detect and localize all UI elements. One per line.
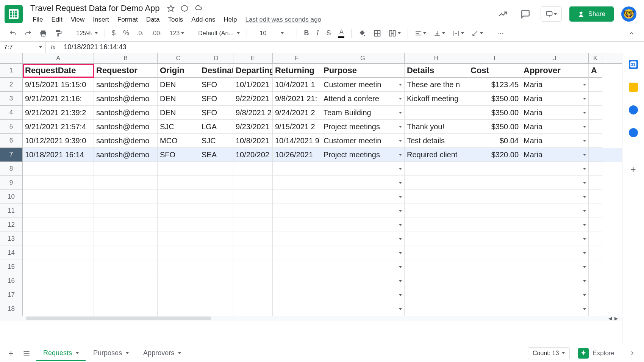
- cell[interactable]: Project meetings: [321, 120, 405, 134]
- formula-input[interactable]: 10/18/2021 16:14:43: [61, 43, 644, 51]
- h-align-icon[interactable]: [412, 28, 429, 39]
- cell[interactable]: [321, 204, 405, 218]
- currency-icon[interactable]: $: [109, 27, 119, 39]
- chevron-down-icon[interactable]: [399, 140, 402, 142]
- cell[interactable]: [199, 274, 233, 288]
- cell[interactable]: SJC: [199, 134, 233, 148]
- cell[interactable]: [405, 162, 468, 176]
- chevron-down-icon[interactable]: [399, 196, 402, 198]
- side-panel-toggle-icon[interactable]: [626, 347, 639, 360]
- move-icon[interactable]: [180, 4, 189, 13]
- cell[interactable]: [273, 218, 321, 232]
- cell[interactable]: [158, 274, 199, 288]
- italic-icon[interactable]: I: [313, 27, 322, 39]
- cell[interactable]: [199, 260, 233, 274]
- merge-cells-icon[interactable]: [386, 27, 404, 39]
- activity-icon[interactable]: [495, 6, 510, 22]
- cell[interactable]: [321, 288, 405, 302]
- chevron-down-icon[interactable]: [583, 266, 586, 268]
- cell[interactable]: [521, 288, 589, 302]
- chevron-down-icon[interactable]: [399, 168, 402, 170]
- cell[interactable]: Departing: [233, 64, 273, 78]
- cell[interactable]: [321, 162, 405, 176]
- wrap-icon[interactable]: [450, 28, 467, 39]
- cell[interactable]: 10/1/2021: [233, 78, 273, 92]
- font-size-select[interactable]: 10: [251, 30, 293, 37]
- cell[interactable]: [468, 218, 521, 232]
- cell[interactable]: 10/20/202: [233, 148, 273, 162]
- chevron-down-icon[interactable]: [126, 352, 129, 354]
- col-header-I[interactable]: I: [468, 53, 521, 63]
- cell[interactable]: [521, 260, 589, 274]
- cell[interactable]: [468, 260, 521, 274]
- cell[interactable]: [521, 176, 589, 190]
- chevron-down-icon[interactable]: [583, 98, 586, 100]
- cell[interactable]: [199, 176, 233, 190]
- decimal-increase-icon[interactable]: .00↑: [148, 28, 165, 39]
- cell[interactable]: santosh@demo: [94, 106, 158, 120]
- cell[interactable]: [233, 162, 273, 176]
- row-header[interactable]: 8: [0, 162, 23, 176]
- cell[interactable]: [23, 232, 94, 246]
- cell[interactable]: DEN: [158, 92, 199, 106]
- cell[interactable]: [158, 162, 199, 176]
- cell[interactable]: [321, 246, 405, 260]
- cell[interactable]: [199, 302, 233, 316]
- borders-icon[interactable]: [370, 27, 384, 39]
- strikethrough-icon[interactable]: S: [323, 27, 334, 39]
- cloud-icon[interactable]: [194, 4, 202, 13]
- chevron-down-icon[interactable]: [583, 252, 586, 254]
- cell[interactable]: [468, 190, 521, 204]
- row-header[interactable]: 7: [0, 148, 23, 162]
- chevron-down-icon[interactable]: [178, 352, 181, 354]
- chevron-down-icon[interactable]: [399, 154, 402, 156]
- row-header[interactable]: 11: [0, 204, 23, 218]
- cell[interactable]: [23, 288, 94, 302]
- cell[interactable]: [94, 274, 158, 288]
- cell[interactable]: [233, 302, 273, 316]
- chevron-down-icon[interactable]: [583, 280, 586, 282]
- v-align-icon[interactable]: [431, 28, 448, 39]
- cell[interactable]: 10/4/2021 1: [273, 78, 321, 92]
- cell[interactable]: [233, 288, 273, 302]
- sheet-tab-requests[interactable]: Requests: [36, 345, 86, 361]
- cell[interactable]: [199, 246, 233, 260]
- keep-addon-icon[interactable]: [629, 83, 638, 92]
- cell[interactable]: [94, 176, 158, 190]
- cell[interactable]: [94, 162, 158, 176]
- cell[interactable]: [521, 204, 589, 218]
- cell[interactable]: 9/23/2021: [233, 120, 273, 134]
- cell[interactable]: [405, 274, 468, 288]
- cell[interactable]: Customer meetin: [321, 134, 405, 148]
- cell[interactable]: RequestDate: [23, 64, 94, 78]
- cell[interactable]: [589, 162, 602, 176]
- cell[interactable]: SFO: [158, 148, 199, 162]
- cell[interactable]: [233, 190, 273, 204]
- cell[interactable]: [94, 232, 158, 246]
- cell[interactable]: [233, 176, 273, 190]
- cell[interactable]: [468, 274, 521, 288]
- decimal-decrease-icon[interactable]: .0↓: [134, 28, 147, 39]
- cell[interactable]: [233, 274, 273, 288]
- redo-icon[interactable]: [21, 27, 35, 39]
- cell[interactable]: Purpose: [321, 64, 405, 78]
- count-box[interactable]: Count: 13: [528, 347, 570, 359]
- sheets-logo[interactable]: [5, 5, 23, 23]
- chevron-down-icon[interactable]: [583, 308, 586, 310]
- chevron-down-icon[interactable]: [399, 252, 402, 254]
- cell[interactable]: Cost: [468, 64, 521, 78]
- cell[interactable]: [273, 204, 321, 218]
- cell[interactable]: [321, 176, 405, 190]
- cell[interactable]: [468, 176, 521, 190]
- cell[interactable]: Required client: [405, 148, 468, 162]
- paint-format-icon[interactable]: [52, 27, 65, 39]
- menu-help[interactable]: Help: [220, 14, 241, 25]
- cell[interactable]: Maria: [521, 148, 589, 162]
- cell[interactable]: These are the n: [405, 78, 468, 92]
- cell[interactable]: [589, 218, 602, 232]
- menu-edit[interactable]: Edit: [47, 14, 66, 25]
- cell[interactable]: [23, 204, 94, 218]
- cell[interactable]: [589, 204, 602, 218]
- cell[interactable]: 9/15/2021 15:15:0: [23, 78, 94, 92]
- chevron-down-icon[interactable]: [399, 238, 402, 240]
